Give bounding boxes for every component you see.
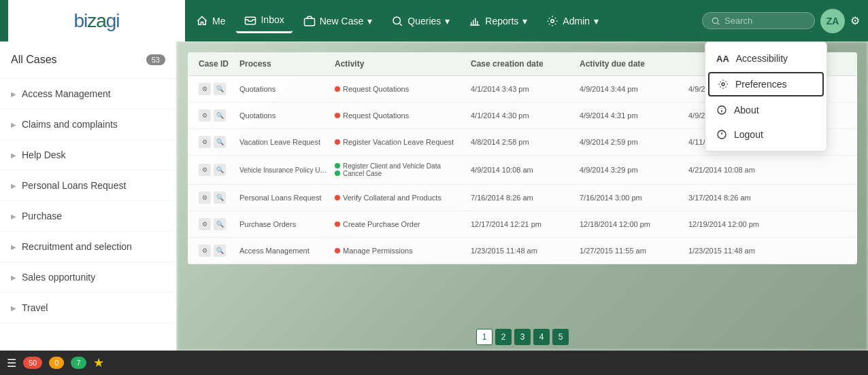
- sidebar-header: All Cases 53: [0, 41, 176, 79]
- expand-arrow: ▶: [11, 304, 16, 312]
- col-activity: Activity: [332, 58, 468, 70]
- nav-queries[interactable]: Queries ▾: [383, 10, 458, 33]
- red-pill[interactable]: 50: [23, 357, 42, 369]
- nav-inbox-label: Inbox: [261, 14, 284, 25]
- favorites-star-icon[interactable]: ★: [93, 355, 104, 370]
- settings-gear-icon[interactable]: ⚙: [850, 14, 860, 27]
- nav-me[interactable]: Me: [188, 10, 233, 33]
- cell-process: Personal Loans Request: [237, 192, 332, 203]
- hamburger-icon[interactable]: ☰: [7, 357, 16, 370]
- cell-activity: Create Purchase Order: [332, 219, 468, 230]
- cell-created: 7/16/2014 8:26 am: [468, 192, 577, 203]
- row-view-icon[interactable]: 🔍: [214, 83, 226, 95]
- dropdown-logout[interactable]: Logout: [705, 122, 827, 147]
- row-action-icon[interactable]: ⚙: [199, 218, 211, 230]
- cell-process: Quotations: [237, 110, 332, 121]
- svg-point-5: [722, 83, 724, 86]
- row-icons-cell: ⚙ 🔍: [196, 82, 237, 96]
- cell-due: 1/27/2015 11:55 am: [577, 245, 686, 256]
- preferences-label: Preferences: [735, 79, 786, 90]
- sidebar-item-loans[interactable]: ▶ Personal Loans Request: [0, 171, 176, 201]
- cell-overdue: 1/23/2015 11:48 am: [686, 245, 849, 256]
- row-action-icon[interactable]: ⚙: [199, 136, 211, 148]
- row-view-icon[interactable]: 🔍: [214, 192, 226, 204]
- page-4-btn[interactable]: 4: [533, 329, 550, 345]
- cell-activity: Register Client and Vehicle Data Cancel …: [332, 161, 468, 179]
- sidebar-item-travel[interactable]: ▶ Travel: [0, 293, 176, 323]
- page-5-btn[interactable]: 5: [552, 329, 569, 345]
- row-action-icon[interactable]: ⚙: [199, 245, 211, 257]
- search-input[interactable]: [724, 16, 806, 26]
- priority-dot-red: [335, 86, 340, 92]
- row-view-icon[interactable]: 🔍: [214, 109, 226, 122]
- search-box[interactable]: [702, 12, 815, 29]
- dropdown-accessibility[interactable]: AA Accessibility: [705, 46, 827, 71]
- dropdown-about[interactable]: About: [705, 98, 827, 122]
- nav-me-label: Me: [212, 16, 225, 26]
- purchase-label: Purchase: [22, 211, 62, 221]
- claims-label: Claims and complaints: [22, 119, 118, 130]
- page-3-btn[interactable]: 3: [514, 329, 531, 345]
- sidebar-item-claims[interactable]: ▶ Claims and complaints: [0, 109, 176, 140]
- row-action-icon[interactable]: ⚙: [199, 192, 211, 204]
- cell-activity: Request Quotations: [332, 110, 468, 121]
- all-cases-title[interactable]: All Cases: [11, 54, 57, 66]
- nav-admin[interactable]: Admin ▾: [538, 10, 607, 33]
- top-nav: bizagi Me Inbox New Case ▾ Queries ▾ Rep…: [0, 0, 868, 41]
- green-pill[interactable]: 7: [71, 357, 86, 369]
- cell-overdue: 4/21/2014 10:08 am: [686, 164, 849, 175]
- row-action-icon[interactable]: ⚙: [199, 164, 211, 176]
- sidebar-item-access-management[interactable]: ▶ Access Management: [0, 79, 176, 109]
- cell-due: 7/16/2014 3:00 pm: [577, 192, 686, 203]
- row-icons-cell: ⚙ 🔍: [196, 217, 237, 232]
- preferences-gear-icon: [718, 79, 729, 90]
- row-icons-cell: ⚙ 🔍: [196, 162, 237, 177]
- cell-process: Vehicle Insurance Policy Underwriting: [237, 165, 332, 175]
- row-view-icon[interactable]: 🔍: [214, 136, 226, 148]
- row-view-icon[interactable]: 🔍: [214, 218, 226, 230]
- green-count: 7: [76, 359, 80, 367]
- cell-process: Quotations: [237, 84, 332, 94]
- cell-due: 4/9/2014 3:44 pm: [577, 84, 686, 94]
- page-2-btn[interactable]: 2: [495, 329, 512, 345]
- sidebar: All Cases 53 ▶ Access Management ▶ Claim…: [0, 41, 177, 351]
- nav-right: ZA ⚙: [702, 9, 860, 33]
- avatar[interactable]: ZA: [820, 9, 845, 33]
- helpdesk-label: Help Desk: [22, 149, 66, 160]
- yellow-pill[interactable]: 0: [49, 357, 64, 369]
- dropdown-preferences[interactable]: Preferences: [708, 72, 824, 96]
- cell-activity: Request Quotations: [332, 84, 468, 94]
- expand-arrow: ▶: [11, 121, 16, 128]
- logo-area: bizagi: [8, 0, 185, 41]
- cell-created: 4/8/2014 2:58 pm: [468, 137, 577, 147]
- sidebar-item-purchase[interactable]: ▶ Purchase: [0, 201, 176, 232]
- cell-created: 4/1/2014 3:43 pm: [468, 84, 577, 94]
- accessibility-label: Accessibility: [736, 53, 788, 64]
- table-row: ⚙ 🔍 Vehicle Insurance Policy Underwritin…: [188, 156, 857, 185]
- priority-dot-red: [335, 113, 340, 118]
- chart-icon: [469, 15, 481, 27]
- priority-dot-green: [335, 171, 340, 176]
- sidebar-item-helpdesk[interactable]: ▶ Help Desk: [0, 140, 176, 171]
- nav-new-case[interactable]: New Case ▾: [295, 10, 381, 33]
- nav-reports-label: Reports: [485, 16, 518, 26]
- nav-inbox[interactable]: Inbox: [236, 8, 292, 33]
- nav-reports[interactable]: Reports ▾: [461, 10, 535, 33]
- reports-arrow: ▾: [522, 16, 527, 26]
- svg-point-4: [712, 18, 718, 23]
- avatar-initials: ZA: [827, 16, 839, 26]
- page-1-btn[interactable]: 1: [476, 329, 493, 345]
- row-action-icon[interactable]: ⚙: [199, 109, 211, 122]
- col-process: Process: [237, 58, 332, 70]
- sidebar-item-recruitment[interactable]: ▶ Recruitment and selection: [0, 232, 176, 262]
- col-due: Activity due date: [577, 58, 686, 70]
- sidebar-item-sales[interactable]: ▶ Sales opportunity: [0, 262, 176, 293]
- row-action-icon[interactable]: ⚙: [199, 83, 211, 95]
- row-view-icon[interactable]: 🔍: [214, 164, 226, 176]
- admin-arrow: ▾: [594, 16, 599, 26]
- col-case-id: Case ID: [196, 58, 237, 70]
- row-view-icon[interactable]: 🔍: [214, 245, 226, 257]
- cell-process: Vacation Leave Request: [237, 137, 332, 147]
- recruitment-label: Recruitment and selection: [22, 241, 132, 252]
- pagination: 1 2 3 4 5: [476, 329, 569, 345]
